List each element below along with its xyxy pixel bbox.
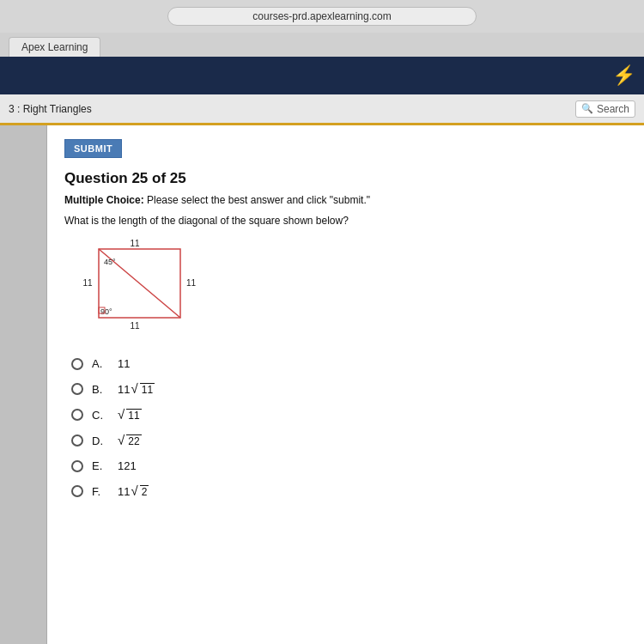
address-bar: courses-prd.apexlearning.com: [167, 7, 477, 26]
search-box[interactable]: 🔍 Search: [575, 100, 635, 118]
main-area: SUBMIT Question 25 of 25 Multiple Choice…: [0, 125, 644, 644]
search-label: Search: [597, 103, 629, 115]
label-d: D.: [92, 434, 109, 447]
question-number: Question 25 of 25: [64, 170, 627, 187]
browser-tab[interactable]: Apex Learning: [9, 37, 100, 57]
svg-text:45°: 45°: [104, 258, 116, 266]
question-type-text: Please select the best answer and click …: [144, 194, 370, 206]
svg-text:11: 11: [186, 278, 197, 288]
label-f: F.: [92, 485, 109, 498]
browser-chrome: courses-prd.apexlearning.com Apex Learni…: [0, 0, 644, 57]
value-f: 11 √2: [118, 484, 149, 498]
radio-b[interactable]: [71, 383, 83, 395]
square-diagram: 11 11 11 11 45° 90°: [73, 239, 210, 342]
answer-choices: A. 11 B. 11 √11 C.: [71, 357, 627, 498]
value-e: 121: [118, 459, 137, 472]
nav-bar: 3 : Right Triangles 🔍 Search: [0, 94, 644, 125]
radio-e[interactable]: [71, 460, 83, 472]
value-d: √22: [118, 434, 142, 447]
radio-f[interactable]: [71, 485, 83, 497]
label-e: E.: [92, 459, 109, 472]
diagram-area: 11 11 11 11 45° 90°: [73, 239, 627, 342]
answer-row-f: F. 11 √2: [71, 484, 627, 498]
apex-topbar: ⚡: [0, 57, 644, 94]
label-c: C.: [92, 409, 109, 422]
value-a: 11: [118, 357, 130, 370]
content-panel: SUBMIT Question 25 of 25 Multiple Choice…: [47, 125, 644, 644]
breadcrumb: 3 : Right Triangles: [9, 103, 92, 115]
question-type-prefix: Multiple Choice:: [64, 194, 144, 206]
answer-row-b: B. 11 √11: [71, 382, 627, 396]
label-a: A.: [92, 357, 109, 370]
question-body: What is the length of the diagonal of th…: [64, 215, 627, 227]
svg-text:11: 11: [130, 239, 140, 248]
answer-row-e: E. 121: [71, 459, 627, 472]
value-b: 11 √11: [118, 382, 155, 396]
apex-logo-icon: ⚡: [612, 66, 635, 85]
left-sidebar: [0, 125, 47, 644]
label-b: B.: [92, 383, 109, 396]
radio-c[interactable]: [71, 409, 83, 421]
submit-button[interactable]: SUBMIT: [64, 139, 122, 158]
svg-text:11: 11: [130, 321, 140, 331]
radio-d[interactable]: [71, 434, 83, 447]
svg-text:11: 11: [82, 278, 93, 288]
search-icon: 🔍: [581, 103, 593, 114]
svg-text:90°: 90°: [100, 307, 112, 316]
answer-row-c: C. √11: [71, 408, 627, 422]
value-c: √11: [118, 408, 142, 422]
question-type: Multiple Choice: Please select the best …: [64, 194, 627, 206]
tab-bar: Apex Learning: [0, 33, 644, 57]
answer-row-a: A. 11: [71, 357, 627, 370]
answer-row-d: D. √22: [71, 434, 627, 447]
radio-a[interactable]: [71, 358, 83, 370]
